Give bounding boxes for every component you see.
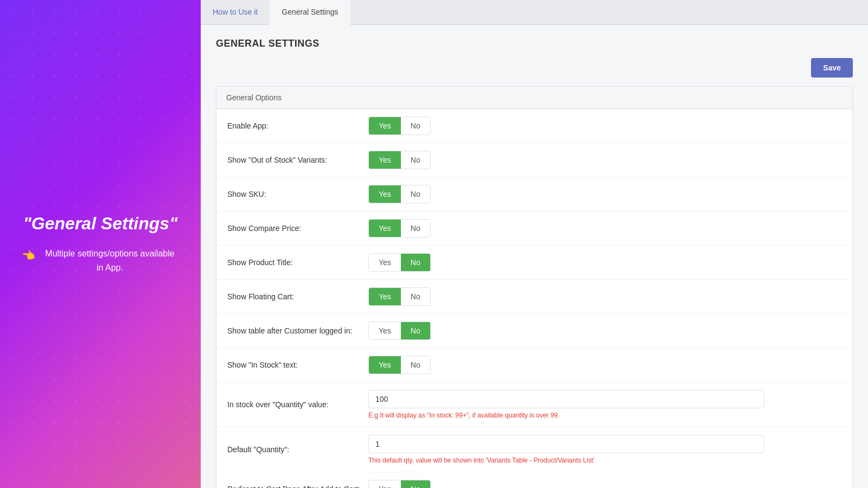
setting-control-show-table-logged-in: YesNo [368,322,841,340]
save-button[interactable]: Save [811,58,853,78]
setting-row-show-product-title: Show Product Title:YesNo [216,246,852,280]
toggle-group-show-in-stock-text: YesNo [368,356,431,374]
setting-control-show-compare-price: YesNo [368,219,841,237]
setting-label-enable-app: Enable App: [227,121,368,130]
toggle-no-show-floating-cart[interactable]: No [401,288,430,305]
card-header: General Options [216,87,852,109]
setting-control-enable-app: YesNo [368,117,841,135]
input-default-quantity[interactable] [368,435,764,453]
setting-control-show-sku: YesNo [368,185,841,203]
setting-control-show-product-title: YesNo [368,253,841,272]
setting-label-redirect-cart: Redirect to Cart Page After Add to Cart: [227,485,368,488]
toggle-yes-show-table-logged-in[interactable]: Yes [369,322,401,339]
toggle-yes-show-out-of-stock[interactable]: Yes [369,151,401,169]
setting-row-show-in-stock-text: Show "In Stock" text:YesNo [216,348,852,382]
sidebar-description: 👈 Multiple settings/options available in… [22,247,179,274]
sidebar-title: "General Settings" [23,214,178,234]
setting-row-show-floating-cart: Show Floating Cart:YesNo [216,280,852,314]
toggle-group-show-compare-price: YesNo [368,219,431,237]
setting-control-show-in-stock-text: YesNo [368,356,841,374]
page-title: GENERAL SETTINGS [216,38,853,49]
setting-control-show-out-of-stock: YesNo [368,151,841,169]
toggle-yes-show-floating-cart[interactable]: Yes [369,288,401,305]
settings-content: GENERAL SETTINGS Save General Options En… [201,25,868,488]
setting-label-default-quantity: Default "Quantity": [227,445,368,454]
setting-label-show-floating-cart: Show Floating Cart: [227,292,368,301]
toggle-group-redirect-cart: YesNo [368,480,431,488]
toggle-group-show-out-of-stock: YesNo [368,151,431,169]
setting-row-show-sku: Show SKU:YesNo [216,177,852,211]
sidebar-desc-text: Multiple settings/options available in A… [41,247,179,274]
setting-row-show-compare-price: Show Compare Price:YesNo [216,211,852,246]
setting-control-show-floating-cart: YesNo [368,287,841,306]
setting-label-show-in-stock-text: Show "In Stock" text: [227,361,368,369]
toggle-no-show-sku[interactable]: No [401,185,430,203]
setting-control-default-quantity: This default qty. value will be shown in… [368,435,841,464]
setting-label-show-out-of-stock: Show "Out of Stock" Variants: [227,156,368,164]
tab-general-settings[interactable]: General Settings [270,0,350,25]
setting-row-show-table-logged-in: Show table after Customer logged in:YesN… [216,314,852,348]
save-button-container: Save [216,58,853,78]
toggle-yes-show-compare-price[interactable]: Yes [369,220,401,237]
setting-control-in-stock-quantity: E.g It will display as "In stock: 99+", … [368,390,841,419]
settings-rows-container: Enable App:YesNoShow "Out of Stock" Vari… [216,109,852,488]
toggle-yes-show-in-stock-text[interactable]: Yes [369,356,401,374]
hint-in-stock-quantity: E.g It will display as "In stock: 99+", … [368,412,841,419]
toggle-yes-redirect-cart[interactable]: Yes [369,480,401,488]
setting-row-show-out-of-stock: Show "Out of Stock" Variants:YesNo [216,143,852,177]
toggle-group-show-product-title: YesNo [368,253,431,272]
toggle-yes-enable-app[interactable]: Yes [369,117,401,134]
setting-label-show-table-logged-in: Show table after Customer logged in: [227,326,368,335]
toggle-no-show-in-stock-text[interactable]: No [401,356,430,374]
sidebar: "General Settings" 👈 Multiple settings/o… [0,0,201,488]
tab-bar: How to Use itGeneral Settings [201,0,868,25]
toggle-no-show-compare-price[interactable]: No [401,220,430,237]
toggle-group-show-table-logged-in: YesNo [368,322,431,340]
toggle-no-show-table-logged-in[interactable]: No [401,322,430,339]
setting-label-show-product-title: Show Product Title: [227,258,368,267]
setting-row-default-quantity: Default "Quantity":This default qty. val… [216,427,852,472]
toggle-group-enable-app: YesNo [368,117,431,135]
toggle-yes-show-sku[interactable]: Yes [369,185,401,203]
toggle-yes-show-product-title[interactable]: Yes [369,254,401,271]
settings-card: General Options Enable App:YesNoShow "Ou… [216,86,853,488]
toggle-group-show-floating-cart: YesNo [368,287,431,306]
toggle-no-show-product-title[interactable]: No [401,254,430,271]
setting-control-redirect-cart: YesNo [368,480,841,488]
tab-how-to-use[interactable]: How to Use it [201,0,270,25]
toggle-no-show-out-of-stock[interactable]: No [401,151,430,169]
toggle-no-redirect-cart[interactable]: No [401,480,430,488]
hint-default-quantity: This default qty. value will be shown in… [368,457,841,464]
setting-label-show-compare-price: Show Compare Price: [227,224,368,233]
main-content: How to Use itGeneral Settings GENERAL SE… [201,0,868,488]
toggle-group-show-sku: YesNo [368,185,431,203]
sidebar-icon: 👈 [22,247,35,264]
setting-row-in-stock-quantity: In stock over "Quantity" value:E.g It wi… [216,382,852,427]
setting-label-in-stock-quantity: In stock over "Quantity" value: [227,400,368,409]
input-in-stock-quantity[interactable] [368,390,764,408]
setting-row-redirect-cart: Redirect to Cart Page After Add to Cart:… [216,472,852,488]
toggle-no-enable-app[interactable]: No [401,117,430,134]
setting-row-enable-app: Enable App:YesNo [216,109,852,143]
setting-label-show-sku: Show SKU: [227,190,368,198]
